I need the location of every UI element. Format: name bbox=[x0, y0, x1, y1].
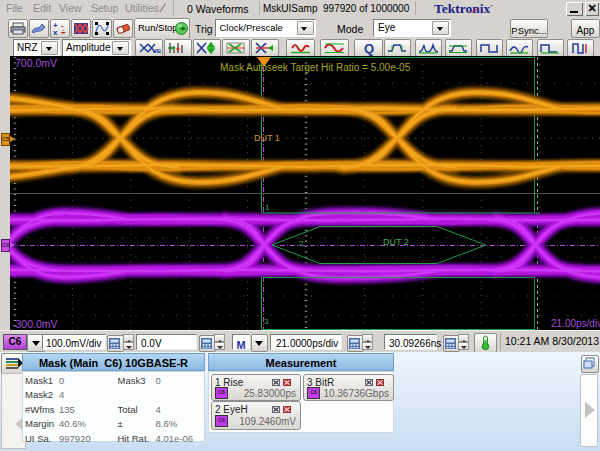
svg-text:x: x bbox=[53, 28, 58, 37]
svg-text:Q: Q bbox=[364, 41, 374, 56]
svg-text:dB: dB bbox=[153, 48, 162, 54]
svg-text:÷: ÷ bbox=[61, 28, 66, 37]
